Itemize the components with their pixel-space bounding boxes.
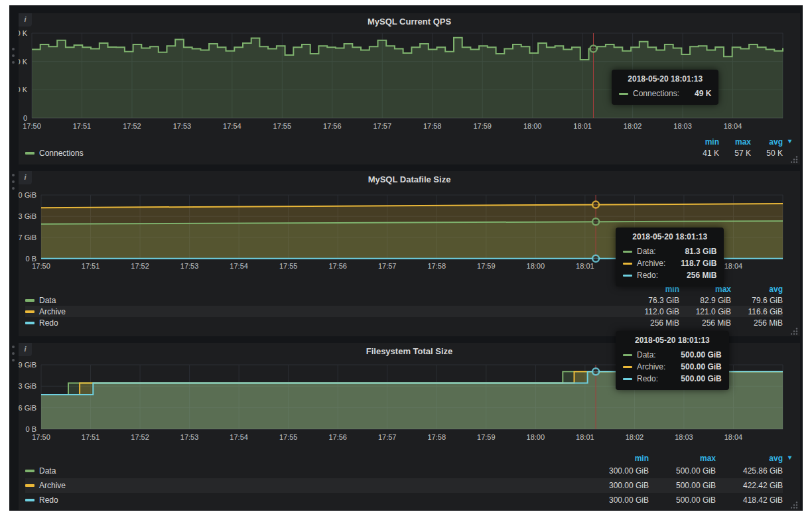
graph-tooltip: 2018-05-20 18:01:13 Connections: 49 K — [612, 70, 718, 105]
svg-text:20 K: 20 K — [19, 86, 28, 94]
legend-sort-max[interactable]: max — [719, 137, 751, 147]
series-color-chip — [25, 499, 34, 501]
svg-text:18:02: 18:02 — [624, 122, 642, 130]
stat-min: 256 MiB — [628, 318, 679, 328]
panel-drag-handle-icon[interactable] — [12, 346, 15, 365]
panel-resize-grip[interactable] — [791, 501, 798, 509]
panel-info-corner[interactable]: i — [19, 343, 32, 356]
tooltip-series-name: Redo: — [637, 373, 658, 385]
legend-series-toggle[interactable]: Archive — [25, 307, 66, 316]
svg-text:0: 0 — [23, 114, 27, 122]
stat-max: 500.00 GiB — [649, 466, 716, 476]
tooltip-series-value: 49 K — [684, 88, 711, 99]
panel-resize-grip[interactable] — [791, 156, 798, 163]
svg-text:17:57: 17:57 — [378, 433, 397, 441]
tooltip-series-name: Connections: — [633, 88, 679, 99]
svg-text:17:54: 17:54 — [230, 433, 248, 441]
stat-max: 500.00 GiB — [649, 495, 716, 505]
svg-text:373 GiB: 373 GiB — [19, 382, 36, 390]
info-icon: i — [19, 343, 32, 355]
legend-sort-min[interactable]: min — [687, 137, 719, 147]
svg-text:17:52: 17:52 — [131, 262, 149, 270]
stat-max: 57 K — [719, 149, 751, 158]
tooltip-series-value: 81.3 GiB — [674, 245, 716, 257]
legend-sort-avg[interactable]: avg — [731, 285, 783, 294]
tooltip-series-value: 256 MiB — [676, 269, 716, 281]
svg-text:17:59: 17:59 — [477, 262, 496, 270]
svg-text:17:50: 17:50 — [32, 433, 50, 441]
svg-text:17:51: 17:51 — [82, 433, 100, 441]
sort-caret-icon[interactable]: ▾ — [788, 137, 791, 145]
legend-series-toggle[interactable]: Archive — [25, 481, 66, 490]
legend-sort-avg[interactable]: avg▾ — [751, 137, 783, 147]
legend-row-data: Data 300.00 GiB 500.00 GiB 425.86 GiB — [25, 464, 783, 478]
svg-text:17:53: 17:53 — [173, 122, 192, 130]
series-color-chip — [25, 310, 34, 313]
svg-text:17:55: 17:55 — [279, 433, 298, 441]
panel-drag-handle-icon[interactable] — [12, 174, 15, 194]
svg-text:17:58: 17:58 — [423, 122, 442, 130]
stat-min: 300.00 GiB — [582, 481, 649, 490]
panel-info-corner[interactable]: i — [19, 13, 32, 27]
series-color-chip — [25, 470, 34, 472]
panel-drag-handle-icon[interactable] — [12, 48, 15, 68]
stat-min: 76.3 GiB — [628, 296, 679, 305]
tooltip-row: Connections: 49 K — [619, 88, 711, 99]
svg-text:17:55: 17:55 — [279, 262, 298, 270]
series-name: Redo — [39, 318, 58, 328]
legend-series-toggle[interactable]: Data — [25, 296, 56, 305]
svg-text:17:56: 17:56 — [323, 122, 342, 130]
series-color-chip — [623, 378, 632, 380]
svg-text:17:51: 17:51 — [73, 122, 92, 130]
panel-title[interactable]: MySQL Current QPS — [368, 13, 451, 31]
stat-max: 500.00 GiB — [649, 481, 716, 490]
svg-text:17:52: 17:52 — [123, 122, 141, 130]
stat-avg: 116.6 GiB — [731, 307, 783, 316]
svg-text:93 GiB: 93 GiB — [19, 212, 36, 220]
legend-sort-avg[interactable]: avg▾ — [716, 454, 783, 463]
legend-series-toggle[interactable]: Connections — [25, 149, 84, 158]
panel-title[interactable]: Filesystem Total Size — [366, 343, 453, 360]
svg-text:17:54: 17:54 — [223, 122, 241, 130]
svg-text:18:00: 18:00 — [527, 433, 545, 441]
panel-info-corner[interactable]: i — [19, 171, 32, 184]
svg-text:17:50: 17:50 — [23, 122, 41, 130]
tooltip-row: Redo: 256 MiB — [623, 269, 716, 281]
stat-min: 41 K — [687, 149, 719, 158]
panel-title[interactable]: MySQL Datafile Size — [368, 171, 451, 188]
legend-sort-min[interactable]: min — [582, 454, 649, 463]
svg-text:47 GiB: 47 GiB — [19, 233, 36, 241]
tooltip-series-name: Archive: — [637, 361, 665, 373]
stat-avg: 418.42 GiB — [716, 495, 783, 505]
series-color-chip — [623, 263, 632, 265]
panel-header: MySQL Datafile Size — [19, 171, 800, 188]
legend-sort-max[interactable]: max — [649, 454, 716, 463]
legend-row-redo: Redo 300.00 GiB 500.00 GiB 418.42 GiB — [25, 493, 783, 507]
stat-min: 300.00 GiB — [582, 495, 649, 505]
svg-text:17:52: 17:52 — [131, 433, 149, 441]
tooltip-series-name: Archive: — [637, 257, 665, 269]
svg-text:17:56: 17:56 — [328, 262, 347, 270]
stat-max: 256 MiB — [679, 318, 731, 328]
series-color-chip — [25, 322, 34, 324]
svg-text:17:51: 17:51 — [82, 262, 100, 270]
series-color-chip — [619, 93, 628, 95]
series-name: Data — [39, 296, 56, 305]
legend-series-toggle[interactable]: Redo — [25, 495, 58, 505]
series-color-chip — [623, 275, 632, 277]
legend-series-toggle[interactable]: Data — [25, 466, 56, 476]
tooltip-series-name: Redo: — [637, 269, 658, 281]
svg-text:17:57: 17:57 — [373, 122, 392, 130]
series-name: Archive — [39, 481, 66, 490]
svg-text:17:53: 17:53 — [180, 433, 199, 441]
tooltip-series-name: Data: — [637, 349, 656, 361]
svg-text:17:57: 17:57 — [378, 262, 397, 270]
legend-series-toggle[interactable]: Redo — [25, 318, 58, 328]
sort-caret-icon[interactable]: ▾ — [788, 454, 791, 461]
panel-resize-grip[interactable] — [791, 328, 798, 335]
legend-table: min max avg▾ Connections 41 K 57 K 50 K — [25, 137, 783, 159]
series-color-chip — [25, 152, 34, 155]
svg-text:17:58: 17:58 — [428, 433, 446, 441]
panel-header: MySQL Current QPS — [19, 13, 800, 31]
stat-max: 121.0 GiB — [679, 307, 731, 316]
